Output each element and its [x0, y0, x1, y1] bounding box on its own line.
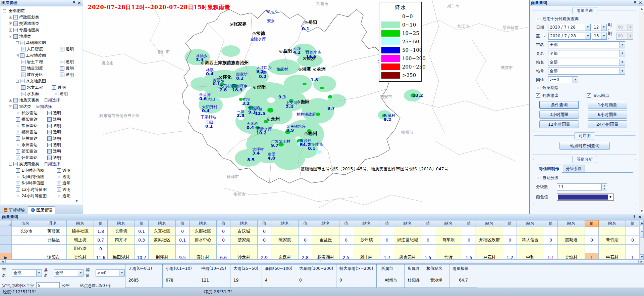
layer-checkbox[interactable]: [21, 92, 25, 96]
cell-station-value[interactable]: 0.3: [135, 236, 149, 245]
date-to-checkbox[interactable]: [543, 34, 547, 38]
dropdown-arrow-icon[interactable]: [585, 24, 590, 31]
dropdown-arrow-icon[interactable]: [573, 77, 578, 83]
cell-station-name[interactable]: [558, 245, 585, 253]
cell-station-name[interactable]: [312, 227, 339, 236]
cell-station-value[interactable]: 6.6: [217, 253, 230, 259]
station-label[interactable]: 坝溪村9.2: [384, 114, 395, 122]
scroll-down-hint-icon[interactable]: ▼: [75, 199, 78, 203]
layer-checkbox[interactable]: [16, 181, 20, 185]
collapse-icon[interactable]: -: [9, 163, 12, 166]
cell-station-name[interactable]: [190, 245, 217, 253]
collapse-icon[interactable]: -: [9, 105, 12, 108]
column-header-value[interactable]: 值: [135, 220, 149, 227]
scroll-right-icon[interactable]: ▶: [639, 259, 644, 264]
tab-isoline-make[interactable]: 等值图制作: [536, 165, 562, 173]
scroll-up-icon[interactable]: ▲: [640, 6, 644, 11]
cell-station-value[interactable]: 1.7: [380, 253, 394, 259]
close-icon[interactable]: [637, 215, 642, 219]
column-header-value[interactable]: 值: [585, 220, 599, 227]
station-label[interactable]: 大山: [207, 97, 215, 101]
station-label[interactable]: 9.7: [327, 107, 335, 111]
cell-station-value[interactable]: 0: [503, 236, 517, 245]
right-panel-scrollbar[interactable]: ▲ ▼: [639, 6, 644, 214]
cell-station-value[interactable]: 9.5: [176, 253, 190, 259]
cell-station-value[interactable]: 0: [462, 236, 476, 245]
cell-station-value[interactable]: [380, 227, 394, 236]
row-selector[interactable]: ▶: [0, 253, 12, 259]
close-icon[interactable]: [77, 1, 82, 5]
station-label[interactable]: 伊塘12.5: [255, 108, 265, 116]
tree-item[interactable]: 水文工程透明: [1, 84, 82, 91]
cell-station-name[interactable]: 排水中心: [190, 236, 217, 245]
cell-station-value[interactable]: 0: [585, 236, 599, 245]
tree-item[interactable]: 水系面透明: [1, 91, 82, 97]
data-reject-checkbox[interactable]: [536, 86, 540, 90]
column-header-station[interactable]: 站名: [312, 220, 339, 227]
station-timeseries-button[interactable]: 站点时序列查询: [559, 142, 610, 150]
cell-station-name[interactable]: 长善垸: [108, 227, 135, 236]
show-stations-checkbox[interactable]: [587, 93, 591, 98]
tree-item[interactable]: -水文地质图: [1, 78, 82, 84]
column-header-value[interactable]: 值: [462, 220, 476, 227]
transparent-checkbox[interactable]: [60, 60, 64, 64]
dropdown-arrow-icon[interactable]: [119, 270, 124, 276]
column-header-value[interactable]: 值: [217, 220, 230, 227]
cell-station-value[interactable]: 0: [217, 236, 230, 245]
cell-station-value[interactable]: 2.5: [339, 253, 353, 259]
cell-station-value[interactable]: [421, 245, 435, 253]
transparent-checkbox[interactable]: [54, 92, 58, 96]
transparent-checkbox[interactable]: [60, 47, 64, 51]
ten-minute-checkbox[interactable]: [536, 17, 540, 21]
transparent-checkbox[interactable]: [57, 181, 61, 185]
transparent-checkbox[interactable]: [47, 143, 52, 147]
transparent-checkbox[interactable]: [47, 117, 52, 122]
column-header-station[interactable]: 站名: [599, 220, 626, 227]
cell-station-name[interactable]: [271, 227, 299, 236]
dropdown-arrow-icon[interactable]: [36, 270, 42, 276]
dropdown-arrow-icon[interactable]: [620, 68, 625, 74]
cell-station-name[interactable]: 金坑村: [67, 253, 94, 259]
cell-station-name[interactable]: 科大佳园: [517, 236, 544, 245]
station-label[interactable]: 四都坪乡18.9: [232, 84, 248, 92]
layer-checkbox[interactable]: [13, 34, 18, 39]
rain-6h-button[interactable]: 6小时雨量: [588, 111, 627, 119]
cell-station-name[interactable]: [271, 245, 299, 253]
cell-station-value[interactable]: [299, 227, 312, 236]
station-label[interactable]: 9.3: [278, 95, 286, 99]
expand-icon[interactable]: +: [9, 29, 12, 32]
close-icon[interactable]: [638, 1, 643, 5]
cell-station-value[interactable]: 0: [258, 236, 271, 245]
scroll-up-icon[interactable]: ▲: [640, 220, 644, 225]
cell-station-name[interactable]: 荆坪村: [149, 253, 176, 259]
dropdown-arrow-icon[interactable]: [585, 33, 590, 39]
cell-station-name[interactable]: 古汉城: [230, 227, 258, 236]
layer-checkbox[interactable]: [21, 47, 25, 51]
column-header-city[interactable]: 市名: [12, 220, 39, 227]
cell-station-name[interactable]: 金盆丘: [312, 236, 339, 245]
cell-station-name[interactable]: 沙龙村: [230, 253, 258, 259]
transparent-checkbox[interactable]: [57, 194, 61, 198]
scroll-left-icon[interactable]: ◀: [0, 259, 5, 264]
column-header-value[interactable]: 值: [94, 220, 108, 227]
rain-24h-button[interactable]: 24小时雨量: [588, 120, 627, 128]
layer-checkbox[interactable]: [13, 28, 18, 32]
spin-down-icon[interactable]: ▼: [602, 187, 607, 191]
cell-station-name[interactable]: [599, 245, 626, 253]
cell-station-name[interactable]: [108, 245, 135, 253]
cell-station-name[interactable]: [517, 245, 544, 253]
cell-station-value[interactable]: [503, 227, 517, 236]
cell-station-value[interactable]: 0: [94, 245, 108, 253]
dropdown-arrow-icon[interactable]: [620, 50, 625, 57]
row-selector[interactable]: [0, 245, 12, 253]
cell-station-value[interactable]: 1.8: [94, 227, 108, 236]
tree-item[interactable]: 怀化雷达透明: [1, 155, 82, 161]
cell-station-name[interactable]: 青竹湖: [599, 236, 626, 245]
column-header-value[interactable]: 值: [339, 220, 353, 227]
cell-station-value[interactable]: [339, 227, 353, 236]
date-select-link[interactable]: 日期选择: [36, 104, 52, 110]
date-from-combo[interactable]: 2020 / 7 / 28: [548, 24, 591, 31]
column-header-station[interactable]: 站名: [517, 220, 544, 227]
pin-icon[interactable]: [632, 215, 637, 219]
cell-station-value[interactable]: 0: [217, 227, 230, 236]
